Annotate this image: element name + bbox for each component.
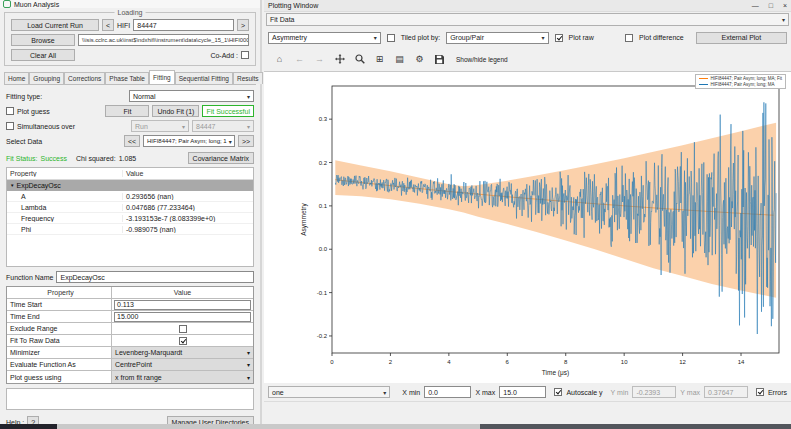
param-row[interactable]: Lambda0.047686 (77.233464) bbox=[7, 202, 253, 213]
covariance-matrix-button[interactable]: Covariance Matrix bbox=[188, 152, 254, 164]
chevron-down-icon: ▾ bbox=[247, 361, 250, 368]
run-number-input[interactable]: 84447 bbox=[133, 19, 234, 31]
back-icon[interactable]: ← bbox=[294, 54, 305, 65]
clear-all-button[interactable]: Clear All bbox=[11, 49, 75, 61]
plot-guess-checkbox[interactable] bbox=[6, 107, 14, 115]
chevron-down-icon: ▾ bbox=[247, 374, 250, 381]
tab-phase-table[interactable]: Phase Table bbox=[105, 72, 149, 84]
plot-guess-using-combo[interactable]: x from fit range▾ bbox=[112, 371, 253, 383]
svg-text:0.0: 0.0 bbox=[319, 246, 328, 252]
function-group-row[interactable]: ▼ ExpDecayOsc bbox=[7, 180, 253, 191]
evaluate-function-as-combo[interactable]: CentrePoint▾ bbox=[112, 359, 253, 370]
maximize-icon[interactable]: □ bbox=[769, 2, 773, 9]
group-selector-combo[interactable]: one ▾ bbox=[268, 386, 390, 398]
plot-difference-checkbox[interactable] bbox=[625, 34, 633, 42]
close-icon[interactable]: × bbox=[783, 2, 787, 9]
tiled-plot-checkbox[interactable] bbox=[387, 34, 395, 42]
param-row[interactable]: A0.293656 (nan) bbox=[7, 191, 253, 202]
fit-button[interactable]: Fit bbox=[105, 105, 149, 117]
errors-checkbox[interactable] bbox=[756, 388, 764, 396]
tab-fitting[interactable]: Fitting bbox=[149, 70, 175, 84]
taskbar-segment bbox=[0, 424, 57, 429]
plot-type-combo[interactable]: Asymmetry ▾ bbox=[268, 32, 381, 44]
tiled-by-combo[interactable]: Group/Pair ▾ bbox=[446, 32, 548, 44]
fit-status-label: Fit Status: bbox=[6, 155, 38, 162]
plot-raw-checkbox[interactable] bbox=[555, 34, 563, 42]
plotting-window-panel: Plotting Window — □ × Fit Data ▾ Asymmet… bbox=[264, 0, 791, 424]
subplots-icon[interactable]: ▤ bbox=[394, 54, 405, 65]
x-min-label: X min bbox=[402, 389, 420, 396]
simultaneous-by-combo[interactable]: Run ▾ bbox=[131, 120, 189, 132]
external-plot-button[interactable]: External Plot bbox=[696, 32, 787, 44]
loading-group: Loading Load Current Run < HIFI 84447 > … bbox=[4, 12, 256, 66]
settings-row: Evaluate Function AsCentrePoint▾ bbox=[7, 359, 253, 371]
settings-icon[interactable]: ⚙ bbox=[414, 54, 425, 65]
show-hide-legend-button[interactable]: Show/hide legend bbox=[456, 56, 508, 63]
plot-legend[interactable]: HIFI84447; Pair Asym; long; MA; FitHIFI8… bbox=[695, 74, 786, 89]
chevron-down-icon: ▾ bbox=[381, 389, 386, 396]
settings-row: Time End15.000 bbox=[7, 311, 253, 323]
param-table-header-property: Property bbox=[7, 170, 122, 177]
file-path-field[interactable]: \\isis.cclrc.ac.uk\inst$\ndxhifi\instrum… bbox=[78, 34, 249, 46]
time-start-input[interactable]: 0.113 bbox=[114, 300, 251, 310]
svg-text:-0.1: -0.1 bbox=[317, 290, 328, 296]
pan-icon[interactable] bbox=[334, 54, 345, 65]
tab-results[interactable]: Results bbox=[233, 72, 263, 84]
svg-text:8: 8 bbox=[564, 359, 568, 365]
next-run-button[interactable]: > bbox=[237, 19, 249, 31]
forward-icon[interactable]: → bbox=[314, 54, 325, 65]
param-row[interactable]: Frequency-3.193153e-7 (8.083399e+0) bbox=[7, 213, 253, 224]
plot-bottom-controls: one ▾ X min 0.0 X max 15.0 Autoscale y Y… bbox=[264, 383, 791, 401]
plot-controls-row: Asymmetry ▾ Tiled plot by: Group/Pair ▾ … bbox=[264, 28, 791, 47]
svg-text:14: 14 bbox=[738, 359, 745, 365]
chevron-down-icon: ▾ bbox=[245, 123, 250, 130]
tab-grouping[interactable]: Grouping bbox=[29, 72, 64, 84]
minimize-icon[interactable]: — bbox=[752, 2, 759, 9]
time-end-input[interactable]: 15.000 bbox=[114, 312, 251, 322]
muon-analysis-app: Muon Analysis Loading Load Current Run <… bbox=[0, 0, 791, 429]
dataset-combo[interactable]: HIFI84447; Pair Asym; long; 1 ▾ bbox=[143, 135, 235, 147]
plot-raw-label: Plot raw bbox=[569, 34, 594, 41]
fit-data-combo[interactable]: Fit Data ▾ bbox=[266, 13, 789, 26]
svg-text:6: 6 bbox=[506, 359, 510, 365]
function-name-input[interactable]: ExpDecayOsc bbox=[56, 271, 254, 283]
chevron-down-icon: ▾ bbox=[780, 16, 785, 23]
save-icon[interactable] bbox=[434, 54, 445, 65]
zoom-icon[interactable] bbox=[354, 54, 365, 65]
svg-text:12: 12 bbox=[679, 359, 686, 365]
x-min-input[interactable]: 0.0 bbox=[424, 386, 471, 398]
co-add-checkbox[interactable] bbox=[241, 51, 249, 59]
simultaneous-checkbox[interactable] bbox=[6, 122, 14, 130]
fit-successful-badge: Fit Successful bbox=[202, 105, 254, 117]
fit-to-raw-data-checkbox[interactable] bbox=[179, 337, 187, 345]
x-max-input[interactable]: 15.0 bbox=[499, 386, 546, 398]
undo-fit-button[interactable]: Undo Fit (1) bbox=[152, 105, 199, 117]
fitting-type-combo[interactable]: Normal ▾ bbox=[129, 90, 254, 102]
exclude-range-checkbox[interactable] bbox=[179, 325, 187, 333]
previous-dataset-button[interactable]: << bbox=[124, 135, 140, 147]
tiled-plot-label: Tiled plot by: bbox=[401, 34, 440, 41]
svg-text:0.1: 0.1 bbox=[319, 203, 328, 209]
simultaneous-run-combo[interactable]: 84447 ▾ bbox=[192, 120, 254, 132]
tab-home[interactable]: Home bbox=[4, 72, 29, 84]
collapse-icon[interactable]: ▼ bbox=[10, 183, 14, 188]
plot-canvas[interactable]: 02468101214-0.2-0.10.00.10.20.3Time (μs)… bbox=[264, 71, 791, 383]
grid-icon[interactable]: ⊞ bbox=[374, 54, 385, 65]
tab-sequential-fitting[interactable]: Sequential Fitting bbox=[175, 72, 233, 84]
load-current-run-button[interactable]: Load Current Run bbox=[11, 19, 99, 31]
home-icon[interactable]: ⌂ bbox=[274, 54, 285, 65]
previous-run-button[interactable]: < bbox=[102, 19, 114, 31]
legend-entry: HIFI84447; Pair Asym; long; MA bbox=[699, 82, 782, 87]
minimizer-combo[interactable]: Levenberg-Marquardt▾ bbox=[112, 347, 253, 358]
chevron-down-icon: ▾ bbox=[540, 34, 545, 41]
next-dataset-button[interactable]: >> bbox=[238, 135, 254, 147]
param-row[interactable]: Phi-0.989075 (nan) bbox=[7, 224, 253, 235]
settings-row: Exclude Range bbox=[7, 323, 253, 335]
plotting-window-title: Plotting Window bbox=[268, 2, 318, 9]
settings-row: Fit To Raw Data bbox=[7, 335, 253, 347]
browse-button[interactable]: Browse bbox=[11, 34, 75, 46]
muon-app-icon bbox=[3, 0, 11, 8]
autoscale-y-checkbox[interactable] bbox=[554, 388, 562, 396]
taskbar-segment bbox=[57, 424, 480, 429]
tab-corrections[interactable]: Corrections bbox=[64, 72, 105, 84]
